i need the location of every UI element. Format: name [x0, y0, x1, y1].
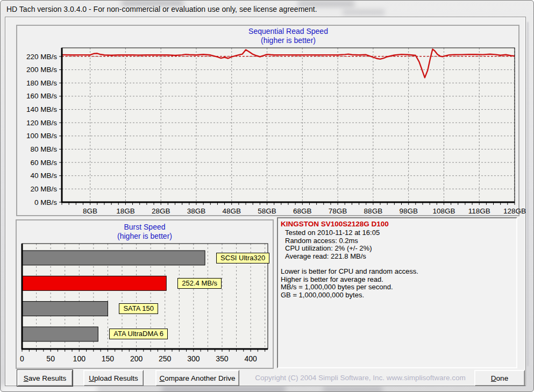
x-tick-label: 8GB: [83, 207, 97, 215]
compare-another-drive-button[interactable]: Compare Another Drive: [155, 370, 239, 386]
window-title: HD Tach version 3.0.4.0 - For non-commer…: [6, 5, 317, 13]
x-tick-label: 88GB: [364, 207, 383, 215]
x-tick-label: 18GB: [116, 207, 135, 215]
y-tick-label: 40 MB/s: [30, 172, 57, 180]
glass-edge-highlight: [527, 22, 529, 366]
average-read-line: Average read: 221.8 MB/s: [285, 253, 514, 261]
x-tick-label: 350: [216, 354, 229, 363]
y-tick-label: 140 MB/s: [26, 105, 57, 113]
bar-label: 252.4 MB/s: [177, 278, 222, 289]
bar-3: [22, 302, 108, 316]
note-line: MB/s = 1,000,000 bytes per second.: [281, 283, 514, 291]
x-tick-label: 28GB: [152, 207, 170, 215]
done-button[interactable]: Done: [474, 370, 525, 386]
y-tick-label: 180 MB/s: [26, 79, 57, 87]
y-tick-label: 200 MB/s: [26, 66, 57, 74]
x-tick-label: 118GB: [468, 207, 490, 215]
glass-reflection: [162, 386, 286, 392]
upload-results-button[interactable]: Upload Results: [83, 370, 144, 386]
y-tick-label: 100 MB/s: [26, 132, 57, 140]
burst-speed-chart: 050100150200250300350400: [5, 216, 285, 372]
note-line: GB = 1,000,000,000 bytes.: [281, 291, 514, 300]
y-tick-label: 120 MB/s: [26, 119, 57, 127]
x-tick-label: 68GB: [293, 207, 312, 215]
x-tick-label: 98GB: [399, 207, 418, 215]
x-tick-label: 50: [46, 354, 55, 363]
plot-background: [62, 48, 515, 202]
x-tick-label: 0: [20, 354, 24, 363]
bar-label: ATA UltraDMA 6: [109, 329, 168, 339]
x-tick-label: 78GB: [329, 207, 347, 215]
tested-on-line: Tested on 2010-11-12 at 16:05: [285, 229, 514, 237]
bar-2: [22, 276, 166, 290]
hd-tach-window: HD Tach version 3.0.4.0 - For non-commer…: [0, 0, 534, 392]
x-tick-label: 400: [244, 354, 257, 363]
title-bar: HD Tach version 3.0.4.0 - For non-commer…: [1, 1, 533, 17]
note-line: Higher is better for average read.: [281, 276, 514, 284]
notes-block: Lower is better for CPU and random acces…: [281, 268, 514, 299]
x-tick-label: 38GB: [187, 207, 206, 215]
y-tick-label: 20 MB/s: [30, 185, 57, 193]
glass-reflection: [1, 386, 97, 392]
x-tick-label: 150: [102, 354, 115, 363]
x-tick-label: 58GB: [258, 207, 276, 215]
x-tick-label: 300: [187, 354, 200, 363]
y-tick-label: 220 MB/s: [26, 53, 57, 61]
copyright-text: Copyright (C) 2004 Simpli Software, Inc.…: [246, 374, 474, 382]
bar-1: [22, 251, 205, 265]
random-access-line: Random access: 0.2ms: [285, 237, 514, 245]
x-tick-label: 48GB: [222, 207, 241, 215]
y-tick-label: 0 MB/s: [34, 198, 57, 206]
y-tick-label: 60 MB/s: [30, 159, 57, 167]
sequential-read-chart: 0 MB/s20 MB/s40 MB/s60 MB/s80 MB/s100 MB…: [5, 17, 526, 219]
x-tick-label: 108GB: [432, 207, 455, 215]
y-tick-label: 160 MB/s: [26, 92, 57, 100]
x-tick-label: 250: [159, 354, 172, 363]
x-tick-label: 128GB: [503, 207, 526, 215]
bar-label: SATA 150: [119, 303, 158, 314]
cpu-utilization-line: CPU utilization: 2% (+/- 2%): [285, 245, 514, 253]
bar-4: [22, 327, 98, 341]
bar-label: SCSI Ultra320: [216, 253, 269, 263]
x-tick-label: 200: [130, 354, 143, 363]
x-tick-label: 100: [73, 354, 86, 363]
save-results-button[interactable]: Save Results: [17, 370, 73, 386]
glass-reflection: [343, 9, 385, 16]
drive-info-panel: KINGSTON SV100S2128G D100 Tested on 2010…: [277, 217, 517, 368]
y-tick-label: 80 MB/s: [30, 145, 57, 153]
client-area: Sequential Read Speed (higher is better)…: [5, 17, 526, 386]
note-line: Lower is better for CPU and random acces…: [281, 268, 514, 276]
drive-name: KINGSTON SV100S2128G D100: [281, 220, 514, 228]
glass-reflection: [323, 387, 382, 392]
